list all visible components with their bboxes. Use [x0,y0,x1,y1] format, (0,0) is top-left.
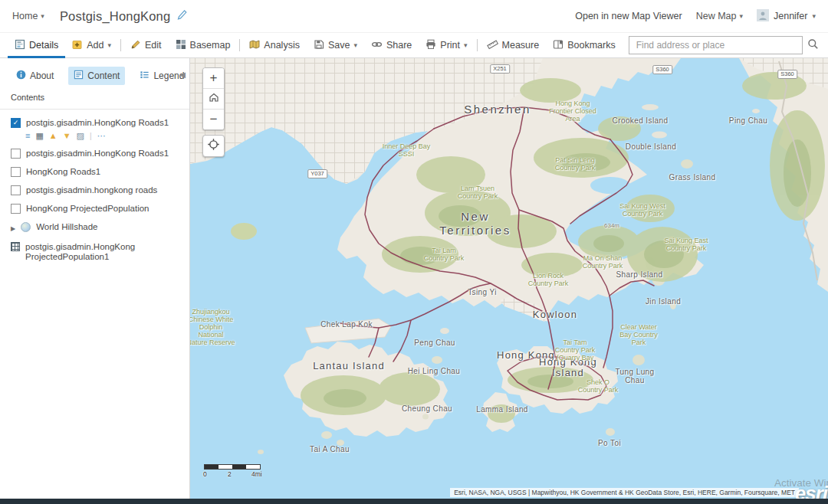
table-icon [11,242,20,251]
analysis-icon[interactable]: ▨ [77,132,84,140]
layer-checkbox[interactable] [11,185,21,195]
new-map-menu[interactable]: New Map ▾ [696,11,743,21]
toolbar-divider [477,39,478,51]
print-icon [426,39,436,52]
layer-label[interactable]: World Hillshade [36,222,97,232]
layer-checkbox[interactable]: ✓ [11,118,21,128]
tab-about[interactable]: About [11,67,59,85]
lay er-list: ✓postgis.gisadmin.HongKong Roads1≡▦▲▼▨|⋯… [0,118,189,262]
save-floppy-icon [314,39,324,52]
analysis-button[interactable]: Analysis [242,33,307,58]
layer-item[interactable]: ▶World Hillshade [11,222,180,234]
user-name: Jennifer [774,11,807,21]
filter-icon[interactable]: ▼ [63,132,71,140]
user-menu[interactable]: Jennifer ▾ [757,9,816,24]
details-button[interactable]: Details [8,33,65,58]
chevron-down-icon: ▾ [41,13,44,20]
page-title: Postgis_HongKong [60,9,170,24]
layer-item[interactable]: postgis.gisadmin.HongKong Roads1 [11,149,180,159]
layer-checkbox[interactable] [11,204,21,214]
add-icon [72,39,83,52]
layer-label[interactable]: HongKong ProjectedPopulation [26,204,149,214]
edit-button[interactable]: Edit [123,33,169,58]
share-link-icon [371,39,383,52]
legend-icon [140,70,150,82]
basemap-button[interactable]: Basemap [169,33,238,58]
layer-item[interactable]: HongKong Roads1 [11,167,180,177]
layer-item[interactable]: ✓postgis.gisadmin.HongKong Roads1≡▦▲▼▨|⋯ [11,118,180,140]
search-input[interactable] [635,39,797,51]
chevron-down-icon: ▾ [353,42,357,49]
info-icon [16,70,26,82]
layer-label[interactable]: postgis.gisadmin.hongkong roads [26,185,157,195]
layer-actions: ≡▦▲▼▨|⋯ [25,132,180,140]
home-extent-button[interactable] [203,88,224,109]
details-sidebar: About Content Legend ◀ Contents ✓postgis [0,58,190,504]
app-header: Home ▾ Postgis_HongKong Open in new Map … [0,0,828,32]
more-options-icon[interactable]: ⋯ [97,132,106,140]
contents-heading: Contents [0,90,189,110]
home-menu[interactable]: Home ▾ [12,11,44,21]
basemap-grid-icon [176,39,186,52]
layer-checkbox[interactable] [11,167,21,177]
layer-label[interactable]: postgis.gisadmin.HongKong Roads1 [26,149,169,159]
add-button[interactable]: Add ▾ [65,33,118,58]
scale-tick: 2 [228,470,232,478]
collapse-sidebar-icon[interactable]: ◀ [179,70,186,79]
zoom-controls: + − [202,67,225,130]
save-button[interactable]: Save ▾ [307,33,364,58]
layer-item[interactable]: postgis.gisadmin.hongkong roads [11,185,180,195]
layer-checkbox[interactable] [11,149,21,159]
pencil-icon [177,9,188,23]
scale-tick: 4mi [251,470,262,478]
actions-divider: | [90,132,92,140]
map-basemap-art [190,58,828,504]
measure-ruler-icon [487,39,498,52]
layer-label[interactable]: postgis.gisadmin.HongKong ProjectedPopul… [25,242,180,262]
content-icon [74,70,84,82]
tab-content[interactable]: Content [68,67,125,85]
bookmarks-button[interactable]: Bookmarks [546,33,623,58]
layer-item[interactable]: HongKong ProjectedPopulation [11,204,180,214]
locate-icon [207,138,220,154]
bottom-edge [0,499,828,504]
expand-arrow-icon[interactable]: ▶ [11,224,15,234]
home-label: Home [12,11,38,21]
share-button[interactable]: Share [364,33,419,58]
search-button[interactable] [803,38,823,53]
measure-button[interactable]: Measure [480,33,547,58]
new-map-label: New Map [696,11,737,21]
scale-tick: 0 [203,470,207,478]
arcgis-map-viewer-window: Home ▾ Postgis_HongKong Open in new Map … [0,0,828,504]
map-area[interactable]: ShenzhenNewTerritoriesKowloonHong KongHo… [190,58,828,504]
change-style-icon[interactable]: ▲ [49,132,58,140]
chevron-down-icon: ▾ [739,13,743,20]
edit-title-button[interactable] [177,9,188,23]
details-icon [15,39,25,52]
avatar-icon [757,9,769,24]
toolbar-divider [239,39,240,51]
sidebar-tabs: About Content Legend [0,58,189,90]
search-icon [807,38,819,53]
zoom-in-button[interactable]: + [203,68,224,88]
bookmarks-icon [553,39,564,52]
chevron-down-icon: ▾ [464,42,468,49]
chevron-down-icon: ▾ [107,42,111,49]
globe-icon [21,222,31,232]
open-in-new-map-viewer-link[interactable]: Open in new Map Viewer [575,11,682,21]
edit-pencil-icon [130,39,141,52]
print-button[interactable]: Print ▾ [419,33,474,58]
chevron-down-icon: ▾ [812,13,816,20]
map-toolbar: Details Add ▾ Edit Basemap A [0,32,828,58]
find-my-location-button[interactable] [202,135,225,157]
show-table-icon[interactable]: ▦ [35,132,43,140]
layer-item[interactable]: postgis.gisadmin.HongKong ProjectedPopul… [11,242,180,262]
layer-label[interactable]: HongKong Roads1 [26,167,100,177]
scale-bar: 0 2 4mi [204,464,273,478]
show-legend-icon[interactable]: ≡ [25,132,30,140]
layer-label[interactable]: postgis.gisadmin.HongKong Roads1 [26,118,169,128]
map-attribution: Esri, NASA, NGA, USGS | Mapwithyou, HK G… [450,488,799,497]
analysis-icon [249,39,260,52]
zoom-out-button[interactable]: − [203,109,224,129]
home-icon [208,91,220,107]
